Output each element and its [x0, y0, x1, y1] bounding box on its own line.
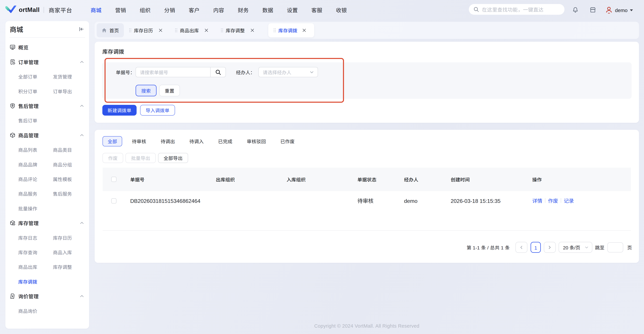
nav-item-content[interactable]: 内容 [213, 0, 224, 20]
sidebar-item-batch-operations[interactable]: 批量操作 [18, 205, 38, 212]
sidebar-group-label: 询价管理 [18, 293, 39, 300]
sidebar-item-inventory-log[interactable]: 库存日志 [18, 234, 38, 241]
sidebar-item-product-inquiry[interactable]: 商品询价 [18, 308, 38, 314]
nav-item-settings[interactable]: 设置 [287, 0, 298, 20]
batch-export-button[interactable]: 批量导出 [126, 153, 156, 163]
sidebar-item-label: 概览 [18, 43, 28, 51]
filter-pending-outbound[interactable]: 待调出 [156, 136, 180, 146]
store-button[interactable] [590, 0, 596, 20]
search-button[interactable]: 搜索 [136, 85, 156, 96]
tab-inventory-adjust[interactable]: 库存调整 [216, 23, 258, 37]
sidebar-item-product-group[interactable]: 商品分组 [53, 161, 72, 168]
chevron-up-icon [79, 59, 84, 64]
sidebar-item-inventory-transfer[interactable]: 库存调拨 [18, 278, 38, 285]
sidebar-item-overview[interactable]: 概览 [5, 40, 89, 55]
nav-item-finance[interactable]: 财务 [238, 0, 249, 20]
column-inbound-org: 入库组织 [286, 168, 306, 191]
sidebar-item-all-orders[interactable]: 全部订单 [18, 73, 38, 80]
tab-label: 库存日历 [134, 27, 153, 34]
global-search[interactable] [469, 4, 564, 15]
sidebar-group-products[interactable]: 商品管理 [5, 128, 89, 142]
reset-button[interactable]: 重置 [159, 85, 180, 96]
sidebar-group-aftersale[interactable]: 售后管理 [5, 99, 89, 113]
chevron-down-icon [584, 245, 589, 249]
page-size-select[interactable]: 20 条/页 [558, 242, 592, 253]
sidebar-item-product-reviews[interactable]: 商品评论 [18, 176, 38, 182]
row-checkbox[interactable] [111, 198, 116, 203]
record-link[interactable]: 记录 [564, 196, 574, 205]
sidebar-item-attribute-template[interactable]: 属性模板 [53, 176, 72, 182]
filter-completed[interactable]: 已完成 [214, 136, 237, 146]
void-link[interactable]: 作废 [548, 196, 558, 205]
filter-all[interactable]: 全部 [102, 136, 122, 146]
nav-item-customer[interactable]: 客户 [189, 0, 200, 20]
sidebar-item-inventory-adjust[interactable]: 库存调整 [53, 264, 72, 270]
close-tab-button[interactable] [159, 28, 162, 32]
global-search-input[interactable] [482, 6, 559, 13]
tab-home[interactable]: 首页 [97, 23, 124, 37]
drag-handle-icon [129, 28, 132, 32]
void-button[interactable]: 作废 [102, 153, 123, 163]
sidebar-item-product-category[interactable]: 商品类目 [53, 146, 72, 153]
operator-select[interactable]: 请选择经办人 [258, 67, 318, 77]
sidebar-item-inventory-query[interactable]: 库存查询 [18, 249, 38, 256]
page-number-button[interactable]: 1 [530, 242, 541, 253]
sidebar-item-product-brand[interactable]: 商品品牌 [18, 161, 38, 168]
filter-pending-inbound[interactable]: 待调入 [185, 136, 208, 146]
close-tab-button[interactable] [302, 28, 306, 32]
sidebar-group-orders[interactable]: 订单管理 [5, 55, 89, 69]
close-tab-button[interactable] [250, 28, 254, 32]
filter-pending-review[interactable]: 待审核 [127, 136, 151, 146]
sidebar-item-points-orders[interactable]: 积分订单 [18, 88, 38, 95]
filter-rejected[interactable]: 审核驳回 [242, 136, 271, 146]
nav-item-service[interactable]: 客服 [312, 0, 322, 20]
nav-item-marketing[interactable]: 营销 [115, 0, 126, 20]
nav-item-distribution[interactable]: 分销 [164, 0, 175, 20]
top-header: ortMall 商家平台 商城 营销 组织 分销 客户 内容 财务 数据 设置 … [0, 0, 644, 21]
jump-to-page-input[interactable] [608, 242, 623, 252]
doc-number-search-button[interactable] [210, 67, 226, 77]
sidebar-group-inquiry[interactable]: 询价管理 [5, 289, 89, 303]
detail-link[interactable]: 详情 [532, 196, 542, 205]
nav-item-cashier[interactable]: 收银 [336, 0, 347, 20]
user-menu[interactable]: demo [605, 0, 633, 20]
next-page-button[interactable] [544, 242, 556, 253]
sidebar-item-aftersale-orders[interactable]: 售后订单 [18, 117, 38, 124]
chevron-up-icon [79, 133, 84, 138]
sidebar-item-aftersale-service[interactable]: 售后服务 [53, 190, 72, 197]
filter-voided[interactable]: 已作废 [276, 136, 299, 146]
sidebar-collapse-button[interactable] [78, 26, 84, 32]
sidebar-subrow: 商品品牌 商品分组 [5, 157, 89, 172]
sidebar-group-inventory[interactable]: 库存管理 [5, 216, 89, 230]
create-transfer-button[interactable]: 新建调拨单 [102, 105, 136, 116]
tab-inventory-transfer[interactable]: 库存调拨 [268, 23, 314, 37]
tab-product-outbound[interactable]: 商品出库 [171, 23, 212, 37]
nav-item-organization[interactable]: 组织 [140, 0, 150, 20]
nav-item-mall[interactable]: 商城 [90, 0, 102, 20]
sidebar-subrow: 积分订单 订单导出 [5, 84, 89, 99]
brand[interactable]: ortMall 商家平台 [5, 0, 72, 20]
collapse-left-icon [78, 26, 84, 32]
notifications-button[interactable] [572, 0, 578, 20]
prev-page-button[interactable] [516, 242, 528, 253]
sidebar-title: 商城 [10, 24, 23, 34]
select-all-checkbox[interactable] [111, 177, 116, 182]
sidebar-item-product-outbound[interactable]: 商品出库 [18, 264, 38, 270]
export-all-button[interactable]: 全部导出 [158, 153, 188, 163]
import-transfer-button[interactable]: 导入调拨单 [140, 105, 175, 116]
sidebar-item-order-export[interactable]: 订单导出 [53, 88, 72, 95]
tab-inventory-calendar[interactable]: 库存日历 [125, 23, 166, 37]
sidebar-item-product-list[interactable]: 商品列表 [18, 146, 38, 153]
nav-item-data[interactable]: 数据 [262, 0, 273, 20]
column-status: 单据状态 [358, 168, 376, 191]
tab-label: 库存调整 [226, 27, 245, 34]
sidebar-item-product-inbound[interactable]: 商品入库 [53, 249, 72, 256]
sidebar-item-inventory-calendar[interactable]: 库存日历 [53, 234, 72, 241]
page-suffix-label: 页 [627, 244, 632, 251]
sidebar-item-product-service[interactable]: 商品服务 [18, 190, 38, 197]
pagination-summary: 第 1-1 条 / 总共 1 条 [467, 244, 510, 251]
sidebar-subrow: 库存查询 商品入库 [5, 245, 89, 259]
sidebar-item-shipping[interactable]: 发货管理 [53, 73, 72, 80]
close-tab-button[interactable] [204, 28, 208, 32]
doc-number-input[interactable] [136, 67, 210, 77]
